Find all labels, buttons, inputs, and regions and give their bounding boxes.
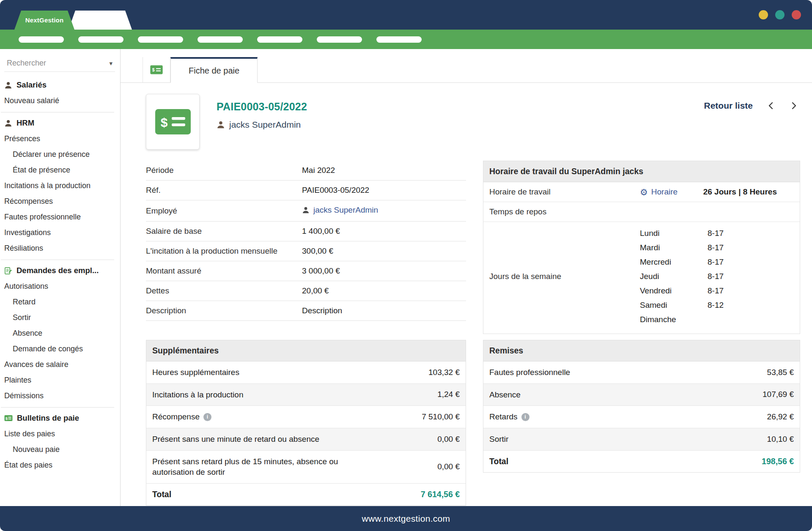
detail-value: Mai 2022 (302, 161, 466, 181)
table-row: Absence 107,69 € (483, 384, 800, 406)
detail-label: Employé (146, 200, 302, 222)
list-item: Vendredi8-17 (640, 284, 724, 298)
nav-item-pill[interactable] (78, 36, 123, 43)
detail-label: Période (146, 161, 302, 181)
user-icon (4, 119, 12, 127)
table-row: Incitations à la production 1,24 € (146, 384, 466, 406)
payslip-page: $ PAIE0003-05/2022 jacks SuperAdmin Reto… (121, 83, 812, 506)
sidebar-item-declarer-une-presence[interactable]: Déclarer une présence (0, 147, 120, 162)
back-to-list-link[interactable]: Retour liste (704, 101, 753, 111)
sidebar-section-demandes[interactable]: Demandes des empl... (0, 262, 120, 279)
divider (1, 112, 114, 112)
list-item: Dimanche (640, 312, 724, 327)
info-icon[interactable]: i (521, 413, 529, 421)
next-icon[interactable] (789, 101, 798, 110)
tab-payslip-icon[interactable]: $ (143, 57, 170, 83)
detail-value: PAIE0003-05/2022 (302, 181, 466, 200)
sidebar-item-investigations[interactable]: Investigations (0, 225, 120, 241)
nav-item-pill[interactable] (257, 36, 302, 43)
main-nav (0, 30, 812, 49)
detail-value: 300,00 € (302, 241, 466, 261)
sidebar-item-etat-des-paies[interactable]: État des paies (0, 457, 120, 473)
supplements-title: Supplémentaires (146, 340, 466, 361)
deductions-box: Remises Fautes professionnelle 53,85 € A… (483, 340, 800, 473)
employee-name: jacks SuperAdmin (229, 120, 301, 130)
table-row: Dettes 20,00 € (146, 281, 466, 301)
sidebar-section-hrm[interactable]: HRM (0, 114, 120, 131)
sidebar-item-sortir[interactable]: Sortir (0, 310, 120, 326)
sidebar-item-autorisations[interactable]: Autorisations (0, 279, 120, 294)
sidebar-item-etat-de-presence[interactable]: État de présence (0, 162, 120, 178)
user-icon (217, 120, 225, 129)
employee-link[interactable]: jacks SuperAdmin (302, 205, 378, 215)
nav-item-pill[interactable] (138, 36, 183, 43)
table-row: Sortir 10,10 € (483, 428, 800, 451)
close-button[interactable] (792, 10, 801, 19)
content-area: Rechercher ▾ Salariés Nouveau salarié HR… (0, 49, 812, 506)
search-placeholder: Rechercher (7, 59, 46, 68)
table-row: Réf. PAIE0003-05/2022 (146, 181, 466, 200)
sidebar-item-resiliations[interactable]: Résiliations (0, 241, 120, 256)
days-label: Jours de la semaine (489, 226, 640, 327)
payslip-icon-card: $ (146, 94, 200, 150)
list-item: Samedi8-12 (640, 298, 724, 312)
employee-line[interactable]: jacks SuperAdmin (217, 120, 307, 130)
sidebar-item-fautes-professionnelle[interactable]: Fautes professionnelle (0, 209, 120, 225)
page-title: PAIE0003-05/2022 (217, 101, 307, 113)
sidebar-section-salaries[interactable]: Salariés (0, 76, 120, 93)
sidebar-item-presences[interactable]: Présences (0, 131, 120, 147)
schedule-row-horaire: Horaire de travail ⚙ Horaire 26 Jours | … (483, 182, 800, 202)
detail-value: Description (302, 301, 466, 321)
sidebar-item-absence[interactable]: Absence (0, 326, 120, 341)
search-dropdown[interactable]: Rechercher ▾ (4, 55, 115, 72)
sidebar-item-retard[interactable]: Retard (0, 294, 120, 310)
inactive-tab[interactable] (69, 11, 132, 30)
table-row: Retards i 26,92 € (483, 406, 800, 428)
total-label: Total (152, 490, 171, 499)
sidebar-item-nouveau-paie[interactable]: Nouveau paie (0, 442, 120, 457)
table-row: Fautes professionnelle 53,85 € (483, 361, 800, 384)
nav-item-pill[interactable] (19, 36, 64, 43)
tab-label: Fiche de paie (189, 66, 239, 76)
sidebar-section-bulletins-de-paie[interactable]: $ Bulletins de paie (0, 409, 120, 426)
list-item: Mercredi8-17 (640, 255, 724, 269)
sidebar-item-demande-de-conges[interactable]: Demande de congés (0, 341, 120, 357)
sidebar-item-liste-des-paies[interactable]: Liste des paies (0, 426, 120, 442)
nav-item-pill[interactable] (376, 36, 422, 43)
sidebar-item-recompenses[interactable]: Récompenses (0, 194, 120, 209)
sidebar-item-avances-de-salaire[interactable]: Avances de salaire (0, 357, 120, 372)
sidebar-section-label: Salariés (16, 80, 47, 90)
nav-item-pill[interactable] (198, 36, 243, 43)
detail-label: Salaire de base (146, 222, 302, 241)
sidebar-item-demissions[interactable]: Démissions (0, 388, 120, 404)
nav-item-pill[interactable] (317, 36, 362, 43)
table-row: Description Description (146, 301, 466, 321)
maximize-button[interactable] (775, 10, 785, 19)
money-check-icon: $ (4, 415, 13, 422)
table-row: Salaire de base 1 400,00 € (146, 222, 466, 241)
deductions-rows: Fautes professionnelle 53,85 € Absence 1… (483, 361, 800, 451)
brand-logo[interactable]: NextGestion (14, 11, 74, 30)
table-row: Montant assuré 3 000,00 € (146, 261, 466, 281)
schedule-value: 26 Jours | 8 Heures (703, 187, 777, 197)
total-value: 7 614,56 € (421, 490, 460, 499)
prev-icon[interactable] (766, 101, 776, 110)
tab-fiche-de-paie[interactable]: Fiche de paie (170, 57, 258, 83)
sidebar-section-label: HRM (16, 118, 34, 128)
title-block: PAIE0003-05/2022 jacks SuperAdmin (217, 94, 307, 150)
sidebar-item-plaintes[interactable]: Plaintes (0, 372, 120, 388)
schedule-row-repos: Temps de repos (483, 202, 800, 222)
list-item: Jeudi8-17 (640, 269, 724, 284)
deductions-title: Remises (483, 340, 800, 361)
horaire-link-label: Horaire (651, 187, 678, 197)
sidebar-item-nouveau-salarie[interactable]: Nouveau salarié (0, 93, 120, 109)
user-icon (302, 206, 310, 214)
horaire-settings-link[interactable]: ⚙ Horaire (640, 187, 678, 197)
content-grid: Période Mai 2022 Réf. PAIE0003-05/2022 E… (146, 161, 800, 506)
minimize-button[interactable] (759, 10, 768, 19)
info-icon[interactable]: i (203, 413, 211, 421)
employee-link-label: jacks SuperAdmin (313, 205, 378, 215)
detail-label: Description (146, 301, 302, 321)
sidebar-item-incitations-production[interactable]: Incitations à la production (0, 178, 120, 194)
footer-url: www.nextgestion.com (362, 514, 450, 524)
